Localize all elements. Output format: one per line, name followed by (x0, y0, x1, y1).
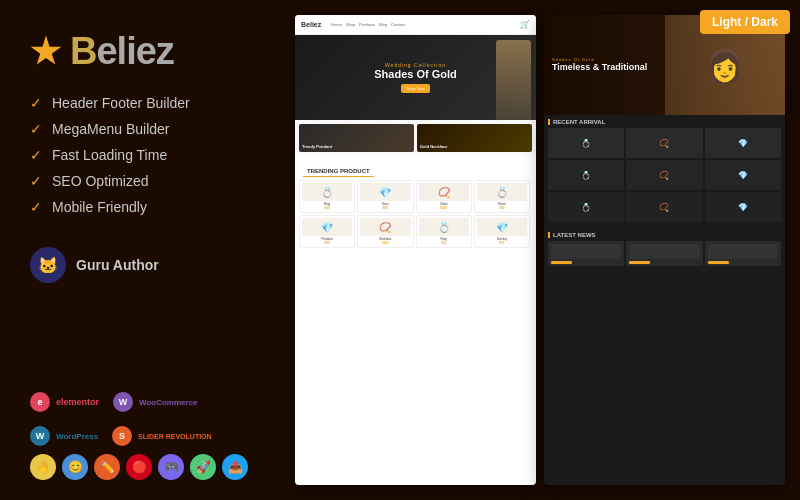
mock-product-price-7: $55 (441, 241, 446, 245)
arrival-item-4: 💍 (548, 160, 624, 190)
mock-product-7: 💍 Ring $55 (416, 215, 472, 248)
trending-section: TRENDING PRODUCT (295, 156, 536, 177)
check-icon-2: ✓ (30, 121, 42, 137)
mock-cart-icon: 🛒 (520, 20, 530, 29)
news-item-2 (626, 241, 702, 266)
slider-revolution-logo: S SLIDER REVOLUTION (112, 426, 212, 446)
hero-model-silhouette (496, 40, 531, 120)
mock-cat-card-2: Gold Necklace (417, 124, 532, 152)
elementor-logo: e elementor (30, 392, 99, 412)
check-icon-3: ✓ (30, 147, 42, 163)
mock-product-price-1: $49 (325, 206, 330, 210)
mock-cat-card-1: Trendy Pendant (299, 124, 414, 152)
elementor-icon: e (30, 392, 50, 412)
mock-hero-dark-title: Timeless & Traditional (552, 62, 647, 74)
mock-product-5: 💎 Pendant $99 (299, 215, 355, 248)
mock-nav: Home Shop Products Blog Contact (331, 22, 405, 27)
logo: Beliez (30, 30, 260, 73)
feature-item-1: ✓ Header Footer Builder (30, 95, 260, 111)
social-icon-5[interactable]: 🎮 (158, 454, 184, 480)
social-icon-4[interactable]: 🔴 (126, 454, 152, 480)
guru-badge-icon: 🐱 (30, 247, 66, 283)
mock-product-3: 📿 Chain $120 (416, 180, 472, 213)
mock-product-price-8: $75 (499, 241, 504, 245)
mock-product-4: 💍 Band $65 (474, 180, 530, 213)
mock-site-light: Beliez Home Shop Products Blog Contact 🛒… (295, 15, 536, 485)
mock-product-8: 💎 Earring $75 (474, 215, 530, 248)
mock-product-img-2: 💎 (360, 183, 410, 201)
arrival-item-1: 💍 (548, 128, 624, 158)
light-dark-toggle[interactable]: Light / Dark (700, 10, 790, 34)
latest-news-section: LATEST NEWS (544, 228, 785, 270)
arrival-section-title: RECENT ARRIVAL (548, 119, 781, 125)
woo-icon: W (113, 392, 133, 412)
mock-product-6: 📿 Necklace $145 (357, 215, 413, 248)
mock-product-1: 💍 Ring $49 (299, 180, 355, 213)
arrival-item-6: 💎 (705, 160, 781, 190)
mock-cat-label-2: Gold Necklace (420, 144, 448, 149)
mock-product-img-6: 📿 (360, 218, 410, 236)
mock-hero-light: Wedding Collection Shades Of Gold Shop N… (295, 35, 536, 120)
mock-product-price-5: $99 (325, 241, 330, 245)
feature-item-4: ✓ SEO Optimized (30, 173, 260, 189)
arrival-item-5: 📿 (626, 160, 702, 190)
mock-hero-text: Wedding Collection Shades Of Gold Shop N… (374, 62, 457, 93)
slider-label: SLIDER REVOLUTION (138, 433, 212, 440)
trending-label: TRENDING PRODUCT (303, 164, 374, 177)
social-icon-1[interactable]: 🤚 (30, 454, 56, 480)
mock-product-img-3: 📿 (419, 183, 469, 201)
social-icon-3[interactable]: ✏️ (94, 454, 120, 480)
mock-arrival-section: RECENT ARRIVAL 💍 📿 💎 💍 📿 💎 💍 📿 💎 (544, 115, 785, 226)
social-icons-row: 🤚 😊 ✏️ 🔴 🎮 🚀 📤 (30, 454, 260, 480)
arrival-item-2: 📿 (626, 128, 702, 158)
woocommerce-logo: W WooCommerce (113, 392, 198, 412)
arrival-item-8: 📿 (626, 192, 702, 222)
mock-product-2: 💎 Gem $89 (357, 180, 413, 213)
guru-author: 🐱 Guru Author (30, 247, 260, 283)
guru-label: Guru Author (76, 257, 159, 273)
feature-item-3: ✓ Fast Loading Time (30, 147, 260, 163)
feature-label-1: Header Footer Builder (52, 95, 190, 111)
left-panel: Beliez ✓ Header Footer Builder ✓ MegaMen… (0, 0, 290, 500)
mock-product-price-6: $145 (382, 241, 389, 245)
feature-label-2: MegaMenu Builder (52, 121, 170, 137)
mock-product-price-2: $89 (383, 206, 388, 210)
news-section-title: LATEST NEWS (548, 232, 781, 238)
feature-item-2: ✓ MegaMenu Builder (30, 121, 260, 137)
mock-product-img-1: 💍 (302, 183, 352, 201)
mock-product-price-4: $65 (499, 206, 504, 210)
wp-icon: W (30, 426, 50, 446)
mock-product-img-7: 💍 (419, 218, 469, 236)
social-icon-6[interactable]: 🚀 (190, 454, 216, 480)
mock-hero-dark-text: Shades Of Gold Timeless & Traditional (544, 49, 655, 82)
elementor-label: elementor (56, 397, 99, 407)
mock-categories: Trendy Pendant Gold Necklace (295, 120, 536, 156)
mock-site-dark: Shades Of Gold Timeless & Traditional 👩 … (544, 15, 785, 485)
check-icon-4: ✓ (30, 173, 42, 189)
mock-site-logo: Beliez (301, 21, 321, 28)
news-item-3 (705, 241, 781, 266)
plugin-logos: e elementor W WooCommerce W WordPress S … (30, 382, 260, 446)
mock-hero-btn: Shop Now (401, 84, 429, 93)
feature-label-3: Fast Loading Time (52, 147, 167, 163)
logo-text: Beliez (70, 30, 174, 73)
mock-product-img-4: 💍 (477, 183, 527, 201)
wordpress-logo: W WordPress (30, 426, 98, 446)
logo-icon (30, 36, 62, 68)
mock-product-img-5: 💎 (302, 218, 352, 236)
check-icon-1: ✓ (30, 95, 42, 111)
mock-header-light: Beliez Home Shop Products Blog Contact 🛒 (295, 15, 536, 35)
mock-cat-label-1: Trendy Pendant (302, 144, 332, 149)
news-item-1 (548, 241, 624, 266)
news-grid (548, 241, 781, 266)
social-icon-7[interactable]: 📤 (222, 454, 248, 480)
mock-hero-title: Shades Of Gold (374, 68, 457, 81)
arrival-item-3: 💎 (705, 128, 781, 158)
feature-label-5: Mobile Friendly (52, 199, 147, 215)
right-panel: Beliez Home Shop Products Blog Contact 🛒… (290, 0, 800, 500)
feature-label-4: SEO Optimized (52, 173, 148, 189)
social-icon-2[interactable]: 😊 (62, 454, 88, 480)
check-icon-5: ✓ (30, 199, 42, 215)
mock-product-img-8: 💎 (477, 218, 527, 236)
woo-label: WooCommerce (139, 398, 198, 407)
